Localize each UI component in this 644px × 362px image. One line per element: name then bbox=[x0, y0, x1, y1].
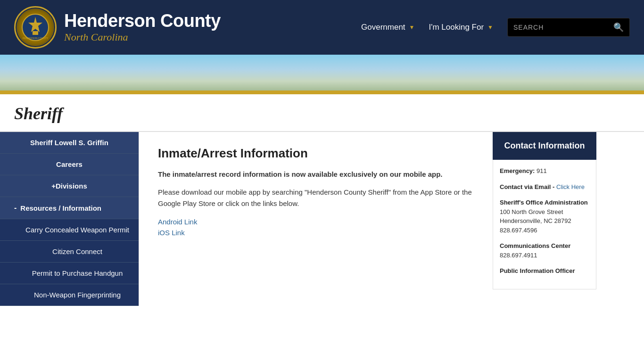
ios-link[interactable]: iOS Link bbox=[158, 229, 474, 237]
county-name: Henderson County bbox=[64, 11, 221, 31]
emergency-label: Emergency: bbox=[500, 167, 535, 174]
right-sidebar: Contact Information Emergency: 911 Conta… bbox=[493, 132, 596, 306]
content-body-text: Please download our mobile app by search… bbox=[158, 187, 474, 209]
android-link[interactable]: Android Link bbox=[158, 218, 474, 226]
search-icon: 🔍 bbox=[613, 23, 624, 32]
left-sidebar: Sheriff Lowell S. Griffin Careers + Divi… bbox=[0, 132, 139, 306]
logo-area: HENDERSON COUNTY Henderson County North … bbox=[14, 6, 221, 49]
main-nav: Government ▼ I'm Looking For ▼ 🔍 bbox=[361, 18, 630, 37]
contact-email: Contact via Email - Click Here bbox=[500, 182, 589, 192]
looking-for-label: I'm Looking For bbox=[429, 23, 484, 32]
county-seal: HENDERSON COUNTY bbox=[14, 6, 57, 49]
page-title: Sheriff bbox=[14, 104, 630, 123]
government-nav-item[interactable]: Government ▼ bbox=[361, 23, 414, 32]
sidebar-permit-label: Permit to Purchase Handgun bbox=[32, 269, 123, 277]
sidebar-item-careers[interactable]: Careers bbox=[0, 154, 139, 175]
sidebar-non-weapon-label: Non-Weapon Fingerprinting bbox=[34, 291, 121, 299]
comm-phone: 828.697.4911 bbox=[500, 251, 589, 260]
svg-text:HENDERSON COUNTY: HENDERSON COUNTY bbox=[23, 37, 49, 40]
sidebar-item-non-weapon[interactable]: Non-Weapon Fingerprinting bbox=[0, 284, 139, 306]
contact-body: Emergency: 911 Contact via Email - Click… bbox=[493, 160, 596, 289]
sidebar-item-resources[interactable]: - Resources / Information bbox=[0, 197, 139, 219]
seal-inner: HENDERSON COUNTY bbox=[17, 8, 54, 46]
content-title: Inmate/Arrest Information bbox=[158, 146, 474, 161]
sidebar-divisions-label: Divisions bbox=[56, 182, 87, 190]
contact-pio: Public Information Officer bbox=[500, 266, 589, 276]
site-header: HENDERSON COUNTY Henderson County North … bbox=[0, 0, 644, 55]
government-chevron-icon: ▼ bbox=[409, 24, 415, 31]
contact-emergency: Emergency: 911 bbox=[500, 166, 589, 176]
sidebar-careers-label: Careers bbox=[56, 160, 83, 168]
sidebar-item-sheriff-lowell[interactable]: Sheriff Lowell S. Griffin bbox=[0, 132, 139, 154]
state-name: North Carolina bbox=[64, 31, 221, 43]
sidebar-carry-label: Carry Concealed Weapon Permit bbox=[25, 226, 129, 234]
email-link[interactable]: Click Here bbox=[556, 183, 585, 190]
sidebar-item-citizen-connect[interactable]: Citizen Connect bbox=[0, 241, 139, 263]
svg-rect-2 bbox=[33, 31, 38, 35]
office-phone: 828.697.4596 bbox=[500, 226, 589, 235]
comm-label: Communications Center bbox=[500, 241, 589, 251]
office-address2: Hendersonville, NC 28792 bbox=[500, 216, 589, 226]
contact-comm: Communications Center 828.697.4911 bbox=[500, 241, 589, 260]
looking-chevron-icon: ▼ bbox=[487, 24, 493, 31]
search-box: 🔍 bbox=[507, 18, 630, 37]
emergency-value: 911 bbox=[537, 167, 547, 174]
sidebar-item-carry-concealed[interactable]: Carry Concealed Weapon Permit bbox=[0, 219, 139, 241]
resources-prefix: - bbox=[14, 204, 17, 212]
sidebar-resources-label: Resources / Information bbox=[20, 204, 101, 212]
search-input[interactable] bbox=[508, 20, 608, 35]
email-label: Contact via Email - bbox=[500, 183, 556, 190]
divisions-prefix: + bbox=[51, 182, 56, 190]
content-area: Inmate/Arrest Information The inmate/arr… bbox=[139, 132, 493, 306]
contact-header: Contact Information bbox=[493, 132, 596, 160]
logo-text: Henderson County North Carolina bbox=[64, 11, 221, 43]
government-label: Government bbox=[361, 23, 405, 32]
office-label: Sheriff's Office Administration bbox=[500, 198, 589, 207]
page-title-section: Sheriff bbox=[0, 94, 644, 132]
contact-office: Sheriff's Office Administration 100 Nort… bbox=[500, 198, 589, 235]
content-bold-text: The inmate/arrest record information is … bbox=[158, 169, 474, 180]
hero-image bbox=[0, 55, 644, 92]
sidebar-citizen-label: Citizen Connect bbox=[52, 247, 102, 255]
looking-for-nav-item[interactable]: I'm Looking For ▼ bbox=[429, 23, 493, 32]
search-button[interactable]: 🔍 bbox=[608, 18, 629, 36]
sidebar-item-permit-purchase[interactable]: Permit to Purchase Handgun bbox=[0, 263, 139, 284]
sidebar-item-divisions[interactable]: + Divisions bbox=[0, 175, 139, 197]
seal-svg: HENDERSON COUNTY bbox=[21, 13, 50, 41]
pio-label: Public Information Officer bbox=[500, 266, 589, 276]
main-content: Sheriff Lowell S. Griffin Careers + Divi… bbox=[0, 132, 644, 306]
office-address1: 100 North Grove Street bbox=[500, 207, 589, 217]
sidebar-sheriff-label: Sheriff Lowell S. Griffin bbox=[30, 139, 108, 147]
